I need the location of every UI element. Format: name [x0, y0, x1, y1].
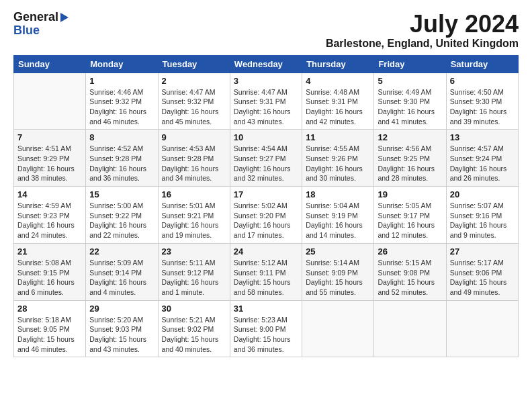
day-number: 14: [17, 189, 82, 199]
day-info: Sunrise: 5:17 AM Sunset: 9:06 PM Dayligh…: [450, 258, 515, 298]
day-number: 23: [162, 246, 226, 257]
calendar-day-header: Sunday: [14, 55, 86, 73]
day-number: 7: [17, 132, 82, 142]
day-number: 18: [306, 189, 370, 199]
logo-general-text: General: [13, 11, 58, 24]
calendar-week-row: 14Sunrise: 4:59 AM Sunset: 9:23 PM Dayli…: [14, 187, 519, 244]
calendar-cell: 28Sunrise: 5:18 AM Sunset: 9:05 PM Dayli…: [14, 300, 86, 357]
day-info: Sunrise: 4:51 AM Sunset: 9:29 PM Dayligh…: [17, 144, 82, 183]
calendar-table: SundayMondayTuesdayWednesdayThursdayFrid…: [13, 55, 519, 358]
day-info: Sunrise: 4:54 AM Sunset: 9:27 PM Dayligh…: [234, 144, 298, 183]
day-number: 11: [306, 132, 370, 142]
page-subtitle: Barlestone, England, United Kingdom: [326, 38, 519, 50]
day-info: Sunrise: 5:20 AM Sunset: 9:03 PM Dayligh…: [89, 315, 154, 355]
calendar-cell: 21Sunrise: 5:08 AM Sunset: 9:15 PM Dayli…: [14, 243, 86, 300]
day-number: 24: [234, 246, 298, 257]
calendar-cell: 3Sunrise: 4:47 AM Sunset: 9:31 PM Daylig…: [230, 73, 302, 130]
calendar-cell: 17Sunrise: 5:02 AM Sunset: 9:20 PM Dayli…: [230, 187, 302, 244]
day-info: Sunrise: 4:56 AM Sunset: 9:25 PM Dayligh…: [378, 144, 442, 183]
calendar-cell: 29Sunrise: 5:20 AM Sunset: 9:03 PM Dayli…: [86, 300, 158, 357]
day-info: Sunrise: 5:15 AM Sunset: 9:08 PM Dayligh…: [378, 258, 442, 298]
day-info: Sunrise: 4:47 AM Sunset: 9:32 PM Dayligh…: [162, 87, 226, 127]
day-number: 8: [89, 132, 154, 142]
calendar-cell: 2Sunrise: 4:47 AM Sunset: 9:32 PM Daylig…: [158, 73, 230, 130]
calendar-day-header: Thursday: [302, 55, 374, 73]
day-info: Sunrise: 5:07 AM Sunset: 9:16 PM Dayligh…: [450, 201, 515, 240]
day-info: Sunrise: 5:09 AM Sunset: 9:14 PM Dayligh…: [89, 258, 154, 298]
day-number: 16: [162, 189, 226, 199]
calendar-cell: 1Sunrise: 4:46 AM Sunset: 9:32 PM Daylig…: [86, 73, 158, 130]
calendar-cell: 9Sunrise: 4:53 AM Sunset: 9:28 PM Daylig…: [158, 130, 230, 187]
day-info: Sunrise: 5:02 AM Sunset: 9:20 PM Dayligh…: [234, 201, 298, 240]
calendar-cell: 19Sunrise: 5:05 AM Sunset: 9:17 PM Dayli…: [374, 187, 446, 244]
day-info: Sunrise: 5:00 AM Sunset: 9:22 PM Dayligh…: [89, 201, 154, 240]
calendar-cell: 24Sunrise: 5:12 AM Sunset: 9:11 PM Dayli…: [230, 243, 302, 300]
day-info: Sunrise: 4:53 AM Sunset: 9:28 PM Dayligh…: [162, 144, 226, 183]
logo: General Blue: [13, 11, 69, 38]
day-info: Sunrise: 4:48 AM Sunset: 9:31 PM Dayligh…: [306, 87, 370, 127]
calendar-header-row: SundayMondayTuesdayWednesdayThursdayFrid…: [14, 55, 519, 73]
day-info: Sunrise: 5:21 AM Sunset: 9:02 PM Dayligh…: [162, 315, 226, 355]
day-info: Sunrise: 4:47 AM Sunset: 9:31 PM Dayligh…: [234, 87, 298, 127]
day-number: 15: [89, 189, 154, 199]
day-info: Sunrise: 5:05 AM Sunset: 9:17 PM Dayligh…: [378, 201, 442, 240]
calendar-week-row: 1Sunrise: 4:46 AM Sunset: 9:32 PM Daylig…: [14, 73, 519, 130]
title-area: July 2024 Barlestone, England, United Ki…: [326, 11, 519, 50]
day-number: 13: [450, 132, 515, 142]
calendar-cell: [14, 73, 86, 130]
day-number: 5: [378, 76, 442, 86]
day-info: Sunrise: 4:59 AM Sunset: 9:23 PM Dayligh…: [17, 201, 82, 240]
calendar-week-row: 7Sunrise: 4:51 AM Sunset: 9:29 PM Daylig…: [14, 130, 519, 187]
day-number: 12: [378, 132, 442, 142]
calendar-cell: 20Sunrise: 5:07 AM Sunset: 9:16 PM Dayli…: [446, 187, 518, 244]
calendar-cell: 22Sunrise: 5:09 AM Sunset: 9:14 PM Dayli…: [86, 243, 158, 300]
day-number: 2: [162, 76, 226, 86]
day-info: Sunrise: 4:55 AM Sunset: 9:26 PM Dayligh…: [306, 144, 370, 183]
calendar-cell: 15Sunrise: 5:00 AM Sunset: 9:22 PM Dayli…: [86, 187, 158, 244]
calendar-cell: 7Sunrise: 4:51 AM Sunset: 9:29 PM Daylig…: [14, 130, 86, 187]
calendar-cell: 5Sunrise: 4:49 AM Sunset: 9:30 PM Daylig…: [374, 73, 446, 130]
calendar-cell: 31Sunrise: 5:23 AM Sunset: 9:00 PM Dayli…: [230, 300, 302, 357]
day-info: Sunrise: 5:08 AM Sunset: 9:15 PM Dayligh…: [17, 258, 82, 298]
calendar-cell: 4Sunrise: 4:48 AM Sunset: 9:31 PM Daylig…: [302, 73, 374, 130]
calendar-day-header: Saturday: [446, 55, 518, 73]
calendar-day-header: Monday: [86, 55, 158, 73]
calendar-cell: [374, 300, 446, 357]
calendar-cell: 11Sunrise: 4:55 AM Sunset: 9:26 PM Dayli…: [302, 130, 374, 187]
calendar-cell: [302, 300, 374, 357]
day-number: 26: [378, 246, 442, 257]
day-info: Sunrise: 5:01 AM Sunset: 9:21 PM Dayligh…: [162, 201, 226, 240]
day-info: Sunrise: 4:49 AM Sunset: 9:30 PM Dayligh…: [378, 87, 442, 127]
calendar-cell: 10Sunrise: 4:54 AM Sunset: 9:27 PM Dayli…: [230, 130, 302, 187]
logo-arrow-icon: [60, 13, 69, 22]
day-info: Sunrise: 5:23 AM Sunset: 9:00 PM Dayligh…: [234, 315, 298, 355]
calendar-cell: 16Sunrise: 5:01 AM Sunset: 9:21 PM Dayli…: [158, 187, 230, 244]
day-number: 1: [89, 76, 154, 86]
calendar-cell: 8Sunrise: 4:52 AM Sunset: 9:28 PM Daylig…: [86, 130, 158, 187]
day-info: Sunrise: 4:46 AM Sunset: 9:32 PM Dayligh…: [89, 87, 154, 127]
day-number: 19: [378, 189, 442, 199]
day-number: 6: [450, 76, 515, 86]
calendar-cell: 13Sunrise: 4:57 AM Sunset: 9:24 PM Dayli…: [446, 130, 518, 187]
calendar-cell: 14Sunrise: 4:59 AM Sunset: 9:23 PM Dayli…: [14, 187, 86, 244]
day-info: Sunrise: 4:52 AM Sunset: 9:28 PM Dayligh…: [89, 144, 154, 183]
day-number: 27: [450, 246, 515, 257]
calendar-cell: 12Sunrise: 4:56 AM Sunset: 9:25 PM Dayli…: [374, 130, 446, 187]
day-number: 10: [234, 132, 298, 142]
calendar-cell: 30Sunrise: 5:21 AM Sunset: 9:02 PM Dayli…: [158, 300, 230, 357]
calendar-week-row: 21Sunrise: 5:08 AM Sunset: 9:15 PM Dayli…: [14, 243, 519, 300]
day-number: 25: [306, 246, 370, 257]
day-info: Sunrise: 5:11 AM Sunset: 9:12 PM Dayligh…: [162, 258, 226, 298]
calendar-cell: 27Sunrise: 5:17 AM Sunset: 9:06 PM Dayli…: [446, 243, 518, 300]
day-number: 21: [17, 246, 82, 257]
day-info: Sunrise: 5:12 AM Sunset: 9:11 PM Dayligh…: [234, 258, 298, 298]
day-number: 28: [17, 304, 82, 314]
calendar-cell: 18Sunrise: 5:04 AM Sunset: 9:19 PM Dayli…: [302, 187, 374, 244]
day-number: 17: [234, 189, 298, 199]
day-number: 4: [306, 76, 370, 86]
day-info: Sunrise: 4:57 AM Sunset: 9:24 PM Dayligh…: [450, 144, 515, 183]
day-info: Sunrise: 5:14 AM Sunset: 9:09 PM Dayligh…: [306, 258, 370, 298]
day-number: 9: [162, 132, 226, 142]
header: General Blue July 2024 Barlestone, Engla…: [13, 11, 519, 50]
calendar-week-row: 28Sunrise: 5:18 AM Sunset: 9:05 PM Dayli…: [14, 300, 519, 357]
